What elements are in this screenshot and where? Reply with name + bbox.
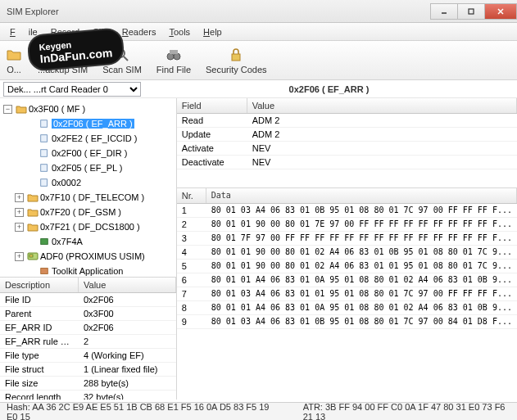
property-row[interactable]: EF_ARR ID0x2F06: [0, 321, 176, 335]
lock-icon: [227, 46, 245, 64]
folder-icon: [27, 222, 39, 232]
records-table[interactable]: Nr. Data 180 01 03 A4 06 83 01 0B 95 01 …: [177, 188, 517, 400]
toolbar-security[interactable]: Security Codes: [206, 46, 267, 75]
record-row[interactable]: 380 01 7F 97 00 FF FF FF FF FF FF FF FF …: [177, 232, 517, 246]
window-title: SIM Explorer: [7, 7, 59, 16]
content: − 0x3F00 ( MF ) 0x2F06 ( EF_ARR ) 0x2FE2…: [0, 98, 517, 400]
status-hash: Hash: AA 36 2C E9 AE E5 51 1B CB 68 E1 F…: [7, 402, 270, 421]
file-icon: [39, 148, 50, 158]
svg-line-7: [124, 56, 128, 61]
folder-icon: [27, 192, 39, 202]
property-row[interactable]: File struct1 (Linear fixed file): [0, 363, 176, 377]
minimize-button[interactable]: [430, 3, 458, 20]
svg-rect-19: [29, 255, 33, 257]
tree-node[interactable]: 0x7F4A: [2, 234, 175, 249]
right-column: Field Value ReadADM 2UpdateADM 2Activate…: [177, 98, 517, 400]
tree-node[interactable]: 0x2F00 ( EF_DIR ): [2, 146, 175, 160]
svg-rect-16: [41, 179, 48, 187]
record-row[interactable]: 680 01 01 A4 06 83 01 0A 95 01 08 80 01 …: [177, 273, 517, 287]
menu-help[interactable]: Help: [197, 25, 229, 39]
folder-icon: [16, 104, 27, 114]
statusbar: Hash: AA 36 2C E9 AE E5 51 1B CB 68 E1 F…: [0, 402, 517, 420]
record-row[interactable]: 280 01 01 90 00 80 01 7E 97 00 FF FF FF …: [177, 218, 517, 232]
window-buttons: [431, 3, 517, 20]
tree-node[interactable]: + 0x7F21 ( DF_DCS1800 ): [2, 219, 175, 234]
green-icon: [39, 237, 50, 246]
tree-node[interactable]: + ADF0 (PROXIMUS USIM): [2, 249, 175, 264]
property-row[interactable]: Parent0x3F00: [0, 307, 176, 321]
tree-node[interactable]: 0x2F05 ( EF_PL ): [2, 160, 175, 175]
svg-rect-15: [41, 165, 48, 172]
tree-node[interactable]: 0x2F06 ( EF_ARR ): [2, 116, 175, 131]
record-row[interactable]: 880 01 01 A4 06 83 01 0A 95 01 08 80 01 …: [177, 301, 517, 315]
binoculars-icon: [165, 46, 183, 64]
card-icon: [27, 251, 39, 261]
reader-select[interactable]: Dek... ...rt Card Reader 0: [3, 82, 141, 97]
close-button[interactable]: [484, 3, 517, 20]
file-icon: [39, 178, 50, 187]
titlebar: SIM Explorer: [0, 0, 517, 23]
folder-open-icon: [5, 46, 23, 64]
records-header: Nr. Data: [177, 188, 517, 204]
menu-readers[interactable]: Readers: [116, 25, 163, 39]
record-row[interactable]: 580 01 01 90 00 80 01 02 A4 06 83 01 01 …: [177, 260, 517, 273]
tree-node[interactable]: Toolkit Application: [2, 264, 175, 277]
file-icon: [39, 163, 50, 173]
tree-node[interactable]: + 0x7F10 ( DF_TELECOM ): [2, 190, 175, 205]
app-icon: [39, 266, 50, 276]
record-row[interactable]: 480 01 01 90 00 80 01 02 A4 06 83 01 0B …: [177, 246, 517, 260]
field-row[interactable]: ReadADM 2: [177, 114, 517, 128]
property-row[interactable]: EF_ARR rule number2: [0, 335, 176, 349]
file-icon: [39, 133, 50, 143]
svg-rect-14: [41, 150, 48, 157]
file-heading: 0x2F06 ( EF_ARR ): [141, 84, 517, 94]
file-icon: [39, 119, 50, 129]
svg-rect-11: [232, 54, 240, 61]
menu-tools[interactable]: Tools: [162, 25, 197, 39]
reader-row: Dek... ...rt Card Reader 0 0x2F06 ( EF_A…: [0, 80, 517, 98]
svg-rect-10: [170, 50, 178, 54]
svg-point-8: [167, 53, 174, 60]
field-table[interactable]: Field Value ReadADM 2UpdateADM 2Activate…: [177, 98, 517, 188]
file-tree[interactable]: − 0x3F00 ( MF ) 0x2F06 ( EF_ARR ) 0x2FE2…: [0, 98, 176, 277]
property-row[interactable]: File type4 (Working EF): [0, 349, 176, 363]
svg-point-9: [174, 53, 180, 60]
toolbar-open[interactable]: O...: [5, 46, 23, 75]
tree-node[interactable]: 0x0002: [2, 175, 175, 190]
properties-header: Description Value: [0, 278, 176, 293]
property-row[interactable]: File ID0x2F06: [0, 293, 176, 307]
svg-rect-12: [41, 120, 48, 128]
field-row[interactable]: UpdateADM 2: [177, 128, 517, 142]
property-row[interactable]: File size288 byte(s): [0, 377, 176, 391]
properties-table[interactable]: Description Value File ID0x2F06Parent0x3…: [0, 277, 176, 400]
svg-rect-13: [41, 135, 48, 142]
tree-node[interactable]: + 0x7F20 ( DF_GSM ): [2, 205, 175, 219]
field-header: Field Value: [177, 98, 517, 114]
maximize-button[interactable]: [457, 3, 485, 20]
svg-rect-17: [41, 239, 48, 245]
record-row[interactable]: 180 01 03 A4 06 83 01 0B 95 01 08 80 01 …: [177, 204, 517, 218]
folder-icon: [27, 207, 39, 217]
status-atr: ATR: 3B FF 94 00 FF C0 0A 1F 47 80 31 E0…: [303, 402, 510, 421]
tree-node-root[interactable]: − 0x3F00 ( MF ): [2, 102, 175, 116]
field-row[interactable]: DeactivateNEV: [177, 156, 517, 169]
tree-node[interactable]: 0x2FE2 ( EF_ICCID ): [2, 131, 175, 146]
record-row[interactable]: 980 01 03 A4 06 83 01 0B 95 01 08 80 01 …: [177, 315, 517, 329]
svg-rect-20: [41, 269, 48, 274]
field-row[interactable]: ActivateNEV: [177, 142, 517, 156]
toolbar-find[interactable]: Find File: [156, 46, 191, 75]
property-row[interactable]: Record length32 byte(s): [0, 391, 176, 400]
record-row[interactable]: 780 01 03 A4 06 83 01 01 95 01 08 80 01 …: [177, 287, 517, 301]
left-column: − 0x3F00 ( MF ) 0x2F06 ( EF_ARR ) 0x2FE2…: [0, 98, 177, 400]
svg-rect-1: [469, 9, 474, 14]
